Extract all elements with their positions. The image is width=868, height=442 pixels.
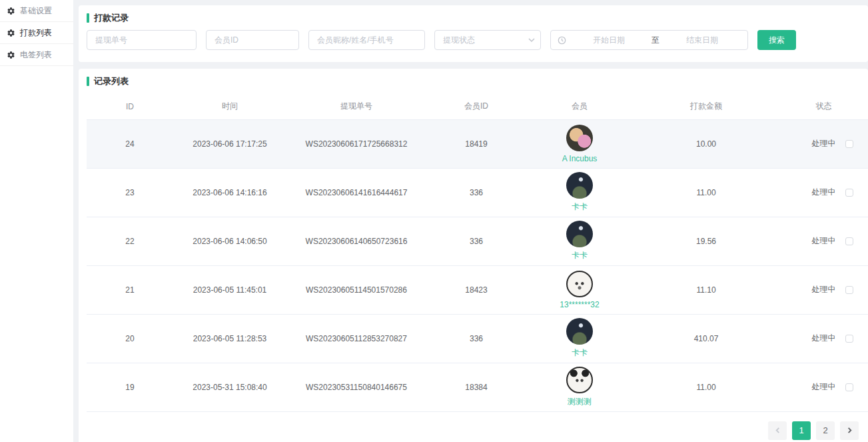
record-id: 24 — [87, 119, 173, 168]
column-header-time: 时间 — [173, 94, 286, 119]
clock-icon — [558, 36, 566, 45]
record-status: 处理中 — [779, 314, 868, 363]
sidebar-item-basic-settings[interactable]: 基础设置 — [0, 0, 73, 22]
main-content: 打款记录 至 搜索 记录列表 — [79, 0, 868, 442]
record-id: 20 — [87, 314, 173, 363]
table-row: 24 2023-06-06 17:17:25 WS202306061717256… — [87, 119, 868, 168]
member-name-link[interactable]: 卡卡 — [572, 201, 588, 213]
record-time: 2023-05-31 15:08:40 — [173, 363, 286, 411]
record-time: 2023-06-06 14:16:16 — [173, 168, 286, 217]
pagination-prev-button[interactable] — [768, 421, 787, 440]
section-title-bar — [87, 13, 89, 23]
record-time: 2023-06-06 14:06:50 — [173, 217, 286, 265]
gear-icon — [7, 51, 15, 59]
record-id: 22 — [87, 217, 173, 265]
pagination-page-1-button[interactable]: 1 — [792, 421, 811, 440]
member-cell: 卡卡 — [526, 221, 633, 261]
records-section-title: 记录列表 — [87, 75, 868, 87]
record-order-no: WS20230531150840146675 — [286, 363, 426, 411]
table-row: 21 2023-06-05 11:45:01 WS202306051145015… — [87, 265, 868, 314]
column-header-member: 会员 — [526, 94, 633, 119]
member-name-link[interactable]: 卡卡 — [572, 250, 588, 261]
sidebar: 基础设置 打款列表 电签列表 — [0, 0, 73, 442]
cutoff-action-button[interactable] — [845, 335, 853, 343]
record-order-no: WS20230605112853270827 — [286, 314, 426, 363]
column-header-status: 状态 — [779, 94, 868, 119]
sidebar-item-esign-list[interactable]: 电签列表 — [0, 44, 73, 66]
column-header-member-id: 会员ID — [426, 94, 526, 119]
record-status: 处理中 — [779, 168, 868, 217]
member-avatar — [566, 125, 593, 151]
date-separator: 至 — [651, 35, 659, 46]
member-cell: 卡卡 — [526, 318, 633, 359]
member-cell: 测测测 — [526, 367, 633, 407]
pagination-next-button[interactable] — [840, 421, 859, 440]
withdraw-status-select-input[interactable] — [434, 30, 541, 50]
withdraw-status-select[interactable] — [434, 30, 541, 50]
member-avatar — [566, 172, 593, 199]
record-status: 处理中 — [779, 363, 868, 411]
record-status: 处理中 — [779, 265, 868, 314]
record-member-id: 18384 — [426, 363, 526, 411]
member-avatar — [566, 318, 593, 345]
filter-section-title-text: 打款记录 — [94, 12, 129, 24]
record-status: 处理中 — [779, 217, 868, 265]
column-header-amount: 打款金额 — [633, 94, 779, 119]
table-row: 20 2023-06-05 11:28:53 WS202306051128532… — [87, 314, 868, 363]
filter-row: 至 搜索 — [87, 30, 860, 50]
member-avatar — [566, 367, 593, 393]
pagination-page-2-button[interactable]: 2 — [816, 421, 835, 440]
record-member-id: 336 — [426, 217, 526, 265]
record-amount: 11.00 — [633, 363, 779, 411]
member-cell: A Incubus — [526, 125, 633, 163]
sidebar-item-label: 基础设置 — [20, 5, 52, 17]
record-id: 23 — [87, 168, 173, 217]
member-cell: 卡卡 — [526, 172, 633, 213]
table-row: 19 2023-05-31 15:08:40 WS202305311508401… — [87, 363, 868, 411]
member-name-link[interactable]: 卡卡 — [572, 347, 588, 359]
record-amount: 410.07 — [633, 314, 779, 363]
cutoff-action-button[interactable] — [845, 140, 853, 148]
record-amount: 10.00 — [633, 119, 779, 168]
cutoff-action-button[interactable] — [845, 383, 853, 391]
column-header-id: ID — [87, 94, 173, 119]
member-id-input[interactable] — [206, 30, 299, 50]
cutoff-action-button[interactable] — [845, 189, 853, 197]
member-name-link[interactable]: 13*******32 — [560, 300, 599, 309]
pagination: 1 2 — [87, 412, 868, 440]
record-time: 2023-06-06 17:17:25 — [173, 119, 286, 168]
filter-section-title: 打款记录 — [87, 12, 860, 24]
withdraw-order-no-input[interactable] — [87, 30, 197, 50]
member-info-input[interactable] — [308, 30, 425, 50]
member-name-link[interactable]: A Incubus — [562, 154, 598, 163]
records-table: ID 时间 提现单号 会员ID 会员 打款金额 状态 24 2023-06-06… — [87, 94, 868, 412]
record-amount: 11.00 — [633, 168, 779, 217]
section-title-bar — [87, 77, 89, 86]
column-header-order-no: 提现单号 — [286, 94, 426, 119]
cutoff-action-button[interactable] — [845, 286, 853, 294]
records-card: 记录列表 ID 时间 提现单号 会员ID 会员 打款金额 状态 2 — [79, 69, 868, 442]
sidebar-item-label: 电签列表 — [20, 49, 52, 61]
member-cell: 13*******32 — [526, 271, 633, 309]
record-order-no: WS20230606140650723616 — [286, 217, 426, 265]
record-id: 21 — [87, 265, 173, 314]
chevron-down-icon — [528, 36, 536, 44]
record-member-id: 336 — [426, 168, 526, 217]
gear-icon — [7, 7, 15, 15]
filter-card: 打款记录 至 搜索 — [79, 5, 868, 62]
record-member-id: 336 — [426, 314, 526, 363]
sidebar-item-payment-list[interactable]: 打款列表 — [0, 22, 73, 44]
table-header-row: ID 时间 提现单号 会员ID 会员 打款金额 状态 — [87, 94, 868, 119]
member-name-link[interactable]: 测测测 — [568, 396, 592, 407]
record-order-no: WS20230606141616444617 — [286, 168, 426, 217]
gear-icon — [7, 29, 15, 37]
record-time: 2023-06-05 11:45:01 — [173, 265, 286, 314]
records-section-title-text: 记录列表 — [94, 75, 129, 87]
start-date-input[interactable] — [569, 35, 649, 45]
search-button[interactable]: 搜索 — [757, 30, 796, 50]
cutoff-action-button[interactable] — [845, 237, 853, 245]
date-range-picker[interactable]: 至 — [550, 30, 748, 50]
record-order-no: WS20230605114501570286 — [286, 265, 426, 314]
end-date-input[interactable] — [662, 35, 742, 45]
record-member-id: 18423 — [426, 265, 526, 314]
